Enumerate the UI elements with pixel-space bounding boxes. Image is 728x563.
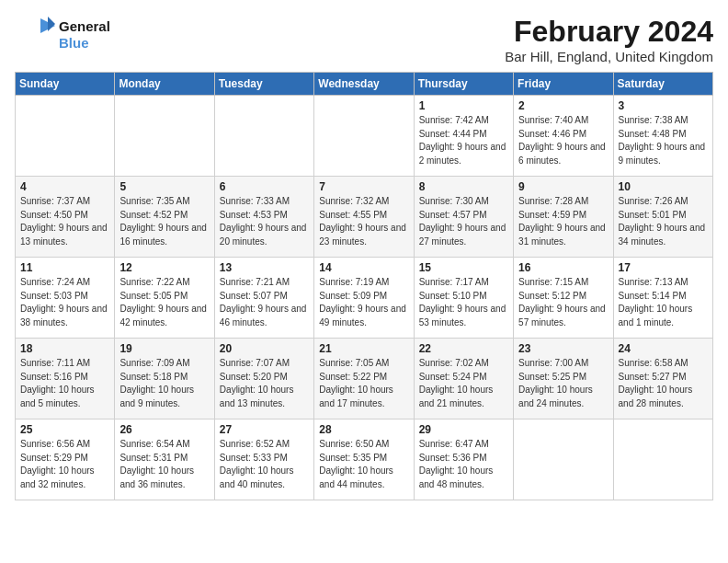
day-cell-23: 23Sunrise: 7:00 AM Sunset: 5:25 PM Dayli… [514,339,613,419]
day-number: 28 [319,423,408,436]
day-number: 1 [419,99,508,112]
day-number: 14 [319,261,408,274]
day-detail: Sunrise: 6:52 AM Sunset: 5:33 PM Dayligh… [220,438,309,491]
day-detail: Sunrise: 7:35 AM Sunset: 4:52 PM Dayligh… [119,195,209,248]
logo: GeneralBlue [15,15,110,55]
day-cell-8: 8Sunrise: 7:30 AM Sunset: 4:57 PM Daylig… [414,177,513,258]
day-detail: Sunrise: 7:17 AM Sunset: 5:10 PM Dayligh… [419,276,508,329]
day-detail: Sunrise: 7:38 AM Sunset: 4:48 PM Dayligh… [619,114,708,167]
day-detail: Sunrise: 7:28 AM Sunset: 4:59 PM Dayligh… [518,195,608,248]
day-cell-18: 18Sunrise: 7:11 AM Sunset: 5:16 PM Dayli… [16,339,115,419]
day-number: 15 [419,261,508,274]
day-number: 13 [220,261,309,274]
day-cell-9: 9Sunrise: 7:28 AM Sunset: 4:59 PM Daylig… [514,177,613,258]
day-number: 23 [518,342,608,355]
day-cell-6: 6Sunrise: 7:33 AM Sunset: 4:53 PM Daylig… [214,177,313,258]
day-number: 18 [20,342,109,355]
day-number: 11 [20,261,109,274]
day-number: 6 [220,180,309,193]
day-detail: Sunrise: 7:40 AM Sunset: 4:46 PM Dayligh… [518,114,608,167]
day-cell-12: 12Sunrise: 7:22 AM Sunset: 5:05 PM Dayli… [115,258,214,339]
day-cell-29: 29Sunrise: 6:47 AM Sunset: 5:36 PM Dayli… [414,419,513,500]
header-cell-friday: Friday [514,73,613,96]
day-number: 29 [419,423,508,436]
week-row-5: 25Sunrise: 6:56 AM Sunset: 5:29 PM Dayli… [16,419,713,500]
day-cell-empty [16,96,115,177]
day-cell-5: 5Sunrise: 7:35 AM Sunset: 4:52 PM Daylig… [115,177,214,258]
header-cell-tuesday: Tuesday [214,73,313,96]
day-detail: Sunrise: 6:54 AM Sunset: 5:31 PM Dayligh… [119,438,209,491]
day-detail: Sunrise: 6:47 AM Sunset: 5:36 PM Dayligh… [419,438,508,491]
title-block: February 2024 Bar Hill, England, United … [505,15,713,64]
day-detail: Sunrise: 7:13 AM Sunset: 5:14 PM Dayligh… [619,276,708,329]
day-number: 27 [220,423,309,436]
day-number: 24 [619,342,708,355]
logo-svg [15,15,55,55]
day-cell-17: 17Sunrise: 7:13 AM Sunset: 5:14 PM Dayli… [613,258,712,339]
header-cell-monday: Monday [115,73,214,96]
day-detail: Sunrise: 7:22 AM Sunset: 5:05 PM Dayligh… [119,276,209,329]
week-row-2: 4Sunrise: 7:37 AM Sunset: 4:50 PM Daylig… [16,177,713,258]
day-cell-24: 24Sunrise: 6:58 AM Sunset: 5:27 PM Dayli… [613,339,712,419]
day-number: 21 [319,342,408,355]
day-cell-20: 20Sunrise: 7:07 AM Sunset: 5:20 PM Dayli… [214,339,313,419]
location-title: Bar Hill, England, United Kingdom [505,49,713,64]
day-number: 3 [619,99,708,112]
day-number: 7 [319,180,408,193]
header-cell-wednesday: Wednesday [314,73,414,96]
day-cell-19: 19Sunrise: 7:09 AM Sunset: 5:18 PM Dayli… [115,339,214,419]
day-detail: Sunrise: 7:33 AM Sunset: 4:53 PM Dayligh… [220,195,309,248]
day-cell-10: 10Sunrise: 7:26 AM Sunset: 5:01 PM Dayli… [613,177,712,258]
day-detail: Sunrise: 7:21 AM Sunset: 5:07 PM Dayligh… [220,276,309,329]
day-number: 4 [20,180,109,193]
day-detail: Sunrise: 7:09 AM Sunset: 5:18 PM Dayligh… [119,357,209,410]
day-number: 25 [20,423,109,436]
day-cell-14: 14Sunrise: 7:19 AM Sunset: 5:09 PM Dayli… [314,258,414,339]
day-number: 22 [419,342,508,355]
day-detail: Sunrise: 7:24 AM Sunset: 5:03 PM Dayligh… [20,276,109,329]
header-cell-saturday: Saturday [613,73,712,96]
day-number: 10 [619,180,708,193]
day-number: 9 [518,180,608,193]
day-number: 5 [119,180,209,193]
logo-text: GeneralBlue [59,18,110,52]
day-cell-7: 7Sunrise: 7:32 AM Sunset: 4:55 PM Daylig… [314,177,414,258]
day-cell-16: 16Sunrise: 7:15 AM Sunset: 5:12 PM Dayli… [514,258,613,339]
day-cell-empty [613,419,712,500]
day-cell-1: 1Sunrise: 7:42 AM Sunset: 4:44 PM Daylig… [414,96,513,177]
week-row-4: 18Sunrise: 7:11 AM Sunset: 5:16 PM Dayli… [16,339,713,419]
day-detail: Sunrise: 7:42 AM Sunset: 4:44 PM Dayligh… [419,114,508,167]
calendar-table: SundayMondayTuesdayWednesdayThursdayFrid… [15,72,713,500]
day-detail: Sunrise: 6:56 AM Sunset: 5:29 PM Dayligh… [20,438,109,491]
day-cell-3: 3Sunrise: 7:38 AM Sunset: 4:48 PM Daylig… [613,96,712,177]
week-row-1: 1Sunrise: 7:42 AM Sunset: 4:44 PM Daylig… [16,96,713,177]
day-detail: Sunrise: 7:30 AM Sunset: 4:57 PM Dayligh… [419,195,508,248]
week-row-3: 11Sunrise: 7:24 AM Sunset: 5:03 PM Dayli… [16,258,713,339]
day-detail: Sunrise: 6:50 AM Sunset: 5:35 PM Dayligh… [319,438,408,491]
day-cell-empty [214,96,313,177]
day-detail: Sunrise: 7:05 AM Sunset: 5:22 PM Dayligh… [319,357,408,410]
day-cell-empty [314,96,414,177]
header-row: SundayMondayTuesdayWednesdayThursdayFrid… [16,73,713,96]
day-number: 12 [119,261,209,274]
day-cell-22: 22Sunrise: 7:02 AM Sunset: 5:24 PM Dayli… [414,339,513,419]
day-number: 16 [518,261,608,274]
day-cell-4: 4Sunrise: 7:37 AM Sunset: 4:50 PM Daylig… [16,177,115,258]
day-cell-13: 13Sunrise: 7:21 AM Sunset: 5:07 PM Dayli… [214,258,313,339]
day-number: 8 [419,180,508,193]
day-detail: Sunrise: 7:19 AM Sunset: 5:09 PM Dayligh… [319,276,408,329]
day-cell-21: 21Sunrise: 7:05 AM Sunset: 5:22 PM Dayli… [314,339,414,419]
day-number: 19 [119,342,209,355]
day-cell-25: 25Sunrise: 6:56 AM Sunset: 5:29 PM Dayli… [16,419,115,500]
day-detail: Sunrise: 7:11 AM Sunset: 5:16 PM Dayligh… [20,357,109,410]
day-cell-empty [514,419,613,500]
day-detail: Sunrise: 7:32 AM Sunset: 4:55 PM Dayligh… [319,195,408,248]
svg-marker-1 [48,17,55,31]
page-header: GeneralBlue February 2024 Bar Hill, Engl… [15,15,713,64]
day-number: 20 [220,342,309,355]
day-detail: Sunrise: 7:00 AM Sunset: 5:25 PM Dayligh… [518,357,608,410]
day-number: 26 [119,423,209,436]
day-detail: Sunrise: 7:37 AM Sunset: 4:50 PM Dayligh… [20,195,109,248]
day-detail: Sunrise: 7:26 AM Sunset: 5:01 PM Dayligh… [619,195,708,248]
month-title: February 2024 [505,15,713,49]
